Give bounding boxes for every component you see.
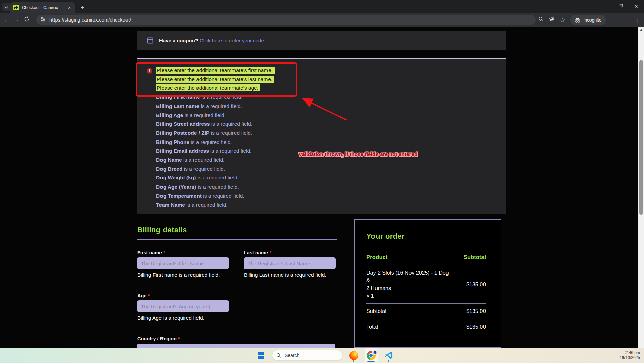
- incognito-label: Incognito: [583, 17, 601, 23]
- incognito-badge-icon: [372, 349, 378, 355]
- error-item: Dog Name is a required field.: [156, 156, 275, 165]
- screen: Checkout - Canirox × + – × ← → http: [0, 0, 644, 363]
- order-subtotal-row: Subtotal$135.00: [366, 304, 486, 319]
- restore-button[interactable]: [613, 0, 629, 13]
- coupon-link[interactable]: Click here to enter your code: [200, 38, 264, 43]
- refresh-button[interactable]: [22, 15, 32, 25]
- incognito-spy-icon: [575, 17, 581, 23]
- order-summary-panel: Your order Product Subtotal Day 2 Slots …: [354, 219, 501, 348]
- clock-time: 2:46 pm: [625, 350, 640, 355]
- error-item: Billing Age is a required field.: [156, 111, 275, 120]
- order-total-row: Total$135.00: [366, 319, 486, 335]
- subtotal-column-header: Subtotal: [464, 254, 486, 260]
- address-bar[interactable]: https://staging.canirox.com/checkout/: [36, 15, 536, 25]
- minimize-button[interactable]: –: [598, 0, 613, 13]
- refresh-icon: [24, 16, 29, 24]
- order-table-header: Product Subtotal: [366, 254, 486, 260]
- product-column-header: Product: [366, 254, 387, 260]
- error-item: Billing Postcode / ZIP is a required fie…: [156, 129, 275, 138]
- windows-logo-icon: [258, 352, 264, 359]
- browser-menu-button[interactable]: ⋮: [633, 15, 641, 25]
- back-button[interactable]: ←: [1, 15, 11, 25]
- order-item-price: $135.00: [466, 281, 486, 288]
- chrome-icon: [367, 351, 376, 360]
- tab-search-button[interactable]: [2, 3, 11, 11]
- taskbar-clock[interactable]: 2:46 pm 19/10/2025: [620, 348, 640, 363]
- page-content: Have a coupon? Click here to enter your …: [0, 27, 644, 348]
- windows-taskbar: Search 2:46 pm: [0, 348, 644, 363]
- first-name-error: Billing First name is a required field.: [137, 272, 220, 278]
- error-item: Team Name is a required field.: [156, 201, 275, 210]
- magnifier-icon: [538, 16, 544, 24]
- search-icon: [276, 353, 281, 358]
- taskbar-search[interactable]: Search: [272, 350, 343, 361]
- site-favicon-icon: [13, 5, 19, 10]
- annotation-label: Validation thrown, if those fields are n…: [299, 151, 418, 157]
- taskbar-chrome-incognito[interactable]: [365, 348, 378, 362]
- first-name-input[interactable]: [137, 257, 229, 269]
- forward-button[interactable]: →: [11, 15, 22, 25]
- order-item-name: Day 2 Slots (16 Nov 2025) - 1 Dog & 2 Hu…: [366, 269, 451, 300]
- zoom-search-button[interactable]: [537, 15, 545, 24]
- order-divider: [366, 265, 486, 265]
- vscode-icon: [384, 351, 393, 360]
- last-name-input[interactable]: [244, 257, 336, 269]
- age-input[interactable]: [137, 300, 229, 312]
- order-divider: [366, 335, 486, 335]
- order-item-row: Day 2 Slots (16 Nov 2025) - 1 Dog & 2 Hu…: [366, 269, 486, 300]
- window-controls: – ×: [598, 0, 644, 13]
- error-item: Dog Age (Years) is a required field.: [156, 183, 275, 192]
- coupon-window-icon: [147, 37, 153, 44]
- taskbar-center-group: Search: [254, 348, 395, 363]
- error-item: Dog Breed is a required field.: [156, 165, 275, 174]
- taskbar-vscode[interactable]: [382, 348, 395, 362]
- first-name-label: First name*: [137, 250, 165, 255]
- scrollbar-thumb[interactable]: [639, 60, 643, 215]
- billing-title-underline: [137, 239, 337, 240]
- order-title: Your order: [366, 232, 486, 241]
- billing-details-title: Billing details: [137, 226, 187, 234]
- clock-date: 19/10/2025: [620, 355, 640, 360]
- incognito-badge: Incognito: [570, 15, 606, 25]
- bookmark-star-button[interactable]: ☆: [558, 15, 567, 24]
- error-item: Billing Last name is a required field.: [156, 102, 275, 111]
- country-label: Country / Region*: [137, 336, 180, 341]
- scrollbar-up-arrow-icon[interactable]: [640, 29, 643, 31]
- chevron-down-icon: [4, 4, 8, 10]
- last-name-error: Billing Last name is a required field.: [244, 272, 326, 278]
- tab-close-icon[interactable]: ×: [66, 5, 72, 11]
- coupon-bar: Have a coupon? Click here to enter your …: [137, 31, 506, 50]
- order-item-qty: × 1: [366, 292, 451, 300]
- new-tab-button[interactable]: +: [78, 3, 87, 12]
- age-error: Billing Age is a required field.: [137, 315, 204, 321]
- start-button[interactable]: [254, 348, 267, 362]
- error-item: Billing Phone is a required field.: [156, 138, 275, 147]
- toolbar-right-icons: ☆ Incognito: [537, 15, 606, 25]
- browser-toolbar: ← → https://staging.canirox.com/checkout…: [0, 13, 644, 27]
- tab-title: Checkout - Canirox: [22, 5, 66, 10]
- close-window-button[interactable]: ×: [629, 0, 644, 13]
- error-item: Dog Temperament is a required field.: [156, 192, 275, 201]
- url-text: https://staging.canirox.com/checkout/: [49, 17, 131, 23]
- preview-hidden-button[interactable]: [547, 15, 556, 24]
- age-label: Age*: [137, 293, 150, 298]
- error-item: Dog Weight (kg) is a required field.: [156, 173, 275, 183]
- active-indicator: [367, 361, 375, 362]
- coupon-question-text: Have a coupon? Click here to enter your …: [159, 38, 264, 43]
- restore-icon: [619, 4, 623, 9]
- page-scrollbar[interactable]: [638, 27, 644, 348]
- firefox-icon: [349, 351, 358, 360]
- browser-titlebar: Checkout - Canirox × + – ×: [0, 0, 644, 13]
- search-label: Search: [285, 353, 299, 358]
- error-item: Billing Street address is a required fie…: [156, 120, 275, 129]
- site-settings-icon: [40, 16, 46, 24]
- country-select[interactable]: [137, 344, 335, 348]
- taskbar-firefox[interactable]: [347, 348, 360, 362]
- browser-tab[interactable]: Checkout - Canirox ×: [10, 2, 75, 13]
- running-indicator: [353, 360, 354, 362]
- last-name-label: Last name*: [244, 250, 271, 255]
- eye-off-icon: [549, 16, 555, 24]
- error-item: Billing Email address is a required fiel…: [156, 147, 275, 156]
- running-indicator: [388, 360, 389, 362]
- annotation-highlight-box: [136, 62, 297, 97]
